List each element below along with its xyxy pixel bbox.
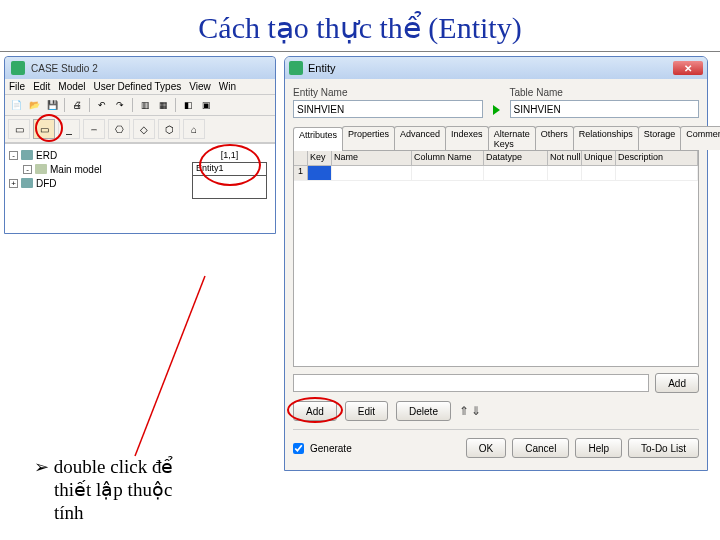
tree-label-erd: ERD bbox=[36, 150, 57, 161]
tab-attributes[interactable]: Attributes bbox=[293, 127, 343, 151]
col-datatype[interactable]: Datatype bbox=[484, 151, 548, 165]
multiplicity-label: [1,1] bbox=[192, 150, 267, 160]
save-icon[interactable]: 💾 bbox=[44, 97, 60, 113]
dialog-titlebar: Entity ✕ bbox=[285, 57, 707, 79]
todo-button[interactable]: To-Do List bbox=[628, 438, 699, 458]
generate-label: Generate bbox=[310, 443, 352, 454]
table-name-label: Table Name bbox=[510, 87, 700, 98]
tool-icon-2[interactable]: ▦ bbox=[155, 97, 171, 113]
tab-relationships[interactable]: Relationships bbox=[573, 126, 639, 150]
tool-icon-d[interactable]: ⬡ bbox=[158, 119, 180, 139]
tool-icon-a[interactable]: ⎓ bbox=[83, 119, 105, 139]
tool-icon-c[interactable]: ◇ bbox=[133, 119, 155, 139]
redo-icon[interactable]: ↷ bbox=[112, 97, 128, 113]
menu-view[interactable]: View bbox=[189, 81, 211, 92]
entity-tool-icon[interactable]: ▭ bbox=[33, 119, 55, 139]
delete-button[interactable]: Delete bbox=[396, 401, 451, 421]
tree-label-dfd: DFD bbox=[36, 178, 57, 189]
tab-indexes[interactable]: Indexes bbox=[445, 126, 489, 150]
app-icon bbox=[11, 61, 25, 75]
bullet-arrow-icon: ➢ bbox=[34, 457, 49, 477]
menu-win[interactable]: Win bbox=[219, 81, 236, 92]
help-button[interactable]: Help bbox=[575, 438, 622, 458]
col-column[interactable]: Column Name bbox=[412, 151, 484, 165]
slide-title: Cách tạo thực thể (Entity) bbox=[0, 0, 720, 51]
bullet-text: ➢ double click để thiết lập thuộc tính bbox=[34, 456, 244, 524]
col-name[interactable]: Name bbox=[332, 151, 412, 165]
svg-line-0 bbox=[135, 276, 205, 456]
menubar: File Edit Model User Defined Types View … bbox=[5, 79, 275, 95]
tab-altkeys[interactable]: Alternate Keys bbox=[488, 126, 536, 150]
diagram-icon bbox=[35, 164, 47, 174]
generate-checkbox[interactable] bbox=[293, 443, 304, 454]
tool-icon-e[interactable]: ⌂ bbox=[183, 119, 205, 139]
tab-properties[interactable]: Properties bbox=[342, 126, 395, 150]
leader-line bbox=[130, 266, 220, 466]
undo-icon[interactable]: ↶ bbox=[94, 97, 110, 113]
tab-comments[interactable]: Comments bbox=[680, 126, 720, 150]
tab-others[interactable]: Others bbox=[535, 126, 574, 150]
menu-model[interactable]: Model bbox=[58, 81, 85, 92]
bullet-line-1: double click để bbox=[54, 456, 174, 477]
move-up-down[interactable]: ⇑⇓ bbox=[459, 404, 481, 418]
tool-icon-3[interactable]: ◧ bbox=[180, 97, 196, 113]
close-button[interactable]: ✕ bbox=[673, 61, 703, 75]
menu-edit[interactable]: Edit bbox=[33, 81, 50, 92]
menu-file[interactable]: File bbox=[9, 81, 25, 92]
tab-advanced[interactable]: Advanced bbox=[394, 126, 446, 150]
grid-row[interactable]: 1 bbox=[294, 166, 698, 181]
folder-icon bbox=[21, 150, 33, 160]
bullet-line-2: thiết lập thuộc bbox=[54, 479, 172, 500]
toolbar-main: 📄 📂 💾 🖨 ↶ ↷ ▥ ▦ ◧ ▣ bbox=[5, 95, 275, 116]
dialog-title: Entity bbox=[308, 62, 336, 74]
menu-udt[interactable]: User Defined Types bbox=[94, 81, 182, 92]
quick-add-input[interactable] bbox=[293, 374, 649, 392]
entity-header: Entity1 bbox=[193, 163, 266, 176]
col-unique[interactable]: Unique bbox=[582, 151, 616, 165]
table-name-input[interactable] bbox=[510, 100, 700, 118]
row-number: 1 bbox=[294, 166, 308, 180]
case-studio-window: CASE Studio 2 File Edit Model User Defin… bbox=[4, 56, 276, 234]
entity-dialog: Entity ✕ Entity Name Table Name bbox=[284, 56, 708, 471]
tool-icon-4[interactable]: ▣ bbox=[198, 97, 214, 113]
new-icon[interactable]: 📄 bbox=[8, 97, 24, 113]
print-icon[interactable]: 🖨 bbox=[69, 97, 85, 113]
ok-button[interactable]: OK bbox=[466, 438, 506, 458]
tree-label-main: Main model bbox=[50, 164, 102, 175]
add-button[interactable]: Add bbox=[293, 401, 337, 421]
sync-arrow-icon[interactable] bbox=[493, 105, 500, 115]
col-notnull[interactable]: Not null bbox=[548, 151, 582, 165]
folder-icon bbox=[21, 178, 33, 188]
edit-button[interactable]: Edit bbox=[345, 401, 388, 421]
tool-icon-1[interactable]: ▥ bbox=[137, 97, 153, 113]
app-titlebar: CASE Studio 2 bbox=[5, 57, 275, 79]
bullet-line-3: tính bbox=[54, 502, 84, 523]
col-key[interactable]: Key bbox=[308, 151, 332, 165]
col-desc[interactable]: Description bbox=[616, 151, 698, 165]
dialog-icon bbox=[289, 61, 303, 75]
entity-name-label: Entity Name bbox=[293, 87, 483, 98]
tool-icon-b[interactable]: ⎔ bbox=[108, 119, 130, 139]
toolbar-shapes: ▭ ▭ ⎯ ⎓ ⎔ ◇ ⬡ ⌂ bbox=[5, 116, 275, 143]
attributes-grid[interactable]: Key Name Column Name Datatype Not null U… bbox=[293, 151, 699, 367]
cancel-button[interactable]: Cancel bbox=[512, 438, 569, 458]
open-icon[interactable]: 📂 bbox=[26, 97, 42, 113]
relation-tool-icon[interactable]: ⎯ bbox=[58, 119, 80, 139]
tree-panel: - ERD - Main model + DFD [1,1] Entity1 bbox=[5, 143, 275, 233]
tab-storage[interactable]: Storage bbox=[638, 126, 682, 150]
entity-name-input[interactable] bbox=[293, 100, 483, 118]
app-title: CASE Studio 2 bbox=[31, 63, 98, 74]
canvas-entity[interactable]: [1,1] Entity1 bbox=[192, 150, 267, 199]
pointer-icon[interactable]: ▭ bbox=[8, 119, 30, 139]
quick-add-button[interactable]: Add bbox=[655, 373, 699, 393]
tab-strip: Attributes Properties Advanced Indexes A… bbox=[293, 126, 699, 151]
